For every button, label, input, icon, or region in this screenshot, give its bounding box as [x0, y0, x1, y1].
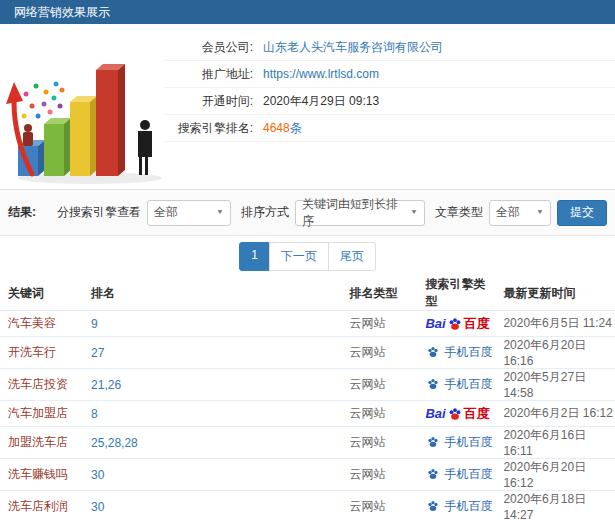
sort-select[interactable]: 关键词由短到长排序 ▼	[295, 200, 425, 226]
keyword-cell: 加盟洗车店	[0, 427, 83, 459]
baidu-paw-icon	[448, 407, 462, 421]
last-page-button[interactable]: 尾页	[328, 242, 376, 271]
baidu-logo-cn: 百度	[464, 405, 490, 423]
rank-link[interactable]: 9	[91, 317, 98, 331]
baidu-logo: Bai百度	[425, 405, 489, 423]
table-row: 洗车赚钱吗30云网站手机百度2020年6月20日 16:12	[0, 459, 615, 491]
engine-cell: Bai百度	[417, 311, 495, 337]
chevron-down-icon: ▼	[536, 209, 544, 216]
engine-cell: 手机百度	[417, 369, 495, 401]
open-time-label: 开通时间:	[165, 93, 253, 110]
chevron-down-icon: ▼	[410, 209, 418, 216]
baidu-paw-icon	[427, 346, 439, 358]
company-name-link[interactable]: 山东老人头汽车服务咨询有限公司	[263, 39, 443, 56]
header-engine-type: 搜索引擎类型	[417, 276, 495, 311]
rank-cell: 30	[83, 491, 341, 520]
baidu-paw-icon	[427, 436, 439, 448]
results-table: 关键词 排名 排名类型 搜索引擎类型 最新更新时间 汽车美容9云网站Bai百度2…	[0, 276, 615, 520]
open-time-value: 2020年4月29日 09:13	[263, 93, 379, 110]
engine-cell: Bai百度	[417, 401, 495, 427]
rank-cell: 27	[83, 337, 341, 369]
growth-chart-icon	[2, 28, 172, 186]
rank-type-cell: 云网站	[341, 337, 417, 369]
rank-link[interactable]: 21,26	[91, 378, 121, 392]
chevron-down-icon: ▼	[216, 209, 224, 216]
type-select[interactable]: 全部 ▼	[489, 200, 551, 226]
info-panel: 会员公司: 山东老人头汽车服务咨询有限公司 推广地址: https://www.…	[0, 24, 615, 190]
baidu-paw-icon	[427, 378, 439, 390]
update-time-cell: 2020年6月16日 16:11	[495, 427, 615, 459]
baidu-paw-icon	[448, 317, 462, 331]
sort-select-value: 关键词由短到长排序	[302, 196, 404, 230]
mobile-baidu-label: 手机百度	[425, 498, 492, 515]
title-bar: 网络营销效果展示	[0, 0, 615, 24]
keyword-cell: 洗车店投资	[0, 369, 83, 401]
baidu-logo-cn: 百度	[464, 315, 490, 333]
rank-type-cell: 云网站	[341, 427, 417, 459]
mobile-baidu-label: 手机百度	[425, 434, 492, 451]
engine-cell: 手机百度	[417, 459, 495, 491]
rank-cell: 30	[83, 459, 341, 491]
promo-url-label: 推广地址:	[165, 66, 253, 83]
type-select-value: 全部	[496, 204, 520, 221]
info-rows: 会员公司: 山东老人头汽车服务咨询有限公司 推广地址: https://www.…	[165, 24, 615, 142]
rank-type-cell: 云网站	[341, 369, 417, 401]
company-label: 会员公司:	[165, 39, 253, 56]
type-filter-label: 文章类型	[435, 204, 483, 221]
mobile-baidu-label: 手机百度	[425, 344, 492, 361]
keyword-cell: 开洗车行	[0, 337, 83, 369]
info-row-rank-count: 搜索引擎排名: 4648 条	[165, 115, 615, 142]
pagination: 1 下一页 尾页	[0, 236, 615, 276]
rank-cell: 9	[83, 311, 341, 337]
page-1-button[interactable]: 1	[239, 242, 270, 271]
engine-select[interactable]: 全部 ▼	[147, 200, 231, 226]
next-page-button[interactable]: 下一页	[269, 242, 329, 271]
rank-count-unit: 条	[290, 120, 302, 137]
update-time-cell: 2020年6月18日 14:27	[495, 491, 615, 520]
baidu-logo-text: Bai	[425, 406, 445, 421]
rank-type-cell: 云网站	[341, 401, 417, 427]
table-row: 洗车店利润30云网站手机百度2020年6月18日 14:27	[0, 491, 615, 520]
filter-bar: 结果: 分搜索引擎查看 全部 ▼ 排序方式 关键词由短到长排序 ▼ 文章类型 全…	[0, 190, 615, 236]
rank-cell: 21,26	[83, 369, 341, 401]
header-keyword: 关键词	[0, 276, 83, 311]
mobile-baidu-label: 手机百度	[425, 466, 492, 483]
rank-type-cell: 云网站	[341, 491, 417, 520]
info-row-open-time: 开通时间: 2020年4月29日 09:13	[165, 88, 615, 115]
rank-type-cell: 云网站	[341, 459, 417, 491]
engine-filter-label: 分搜索引擎查看	[57, 204, 141, 221]
update-time-cell: 2020年6月5日 11:24	[495, 311, 615, 337]
promo-url-link[interactable]: https://www.lrtlsd.com	[263, 67, 379, 81]
keyword-cell: 洗车店利润	[0, 491, 83, 520]
baidu-logo: Bai百度	[425, 315, 489, 333]
table-row: 加盟洗车店25,28,28云网站手机百度2020年6月16日 16:11	[0, 427, 615, 459]
table-row: 汽车美容9云网站Bai百度2020年6月5日 11:24	[0, 311, 615, 337]
header-update-time: 最新更新时间	[495, 276, 615, 311]
rank-type-cell: 云网站	[341, 311, 417, 337]
update-time-cell: 2020年6月20日 16:12	[495, 459, 615, 491]
rank-link[interactable]: 30	[91, 500, 104, 514]
rank-link[interactable]: 30	[91, 468, 104, 482]
rank-link[interactable]: 8	[91, 407, 98, 421]
engine-cell: 手机百度	[417, 337, 495, 369]
engine-cell: 手机百度	[417, 491, 495, 520]
rank-link[interactable]: 27	[91, 346, 104, 360]
keyword-cell: 洗车赚钱吗	[0, 459, 83, 491]
page-title: 网络营销效果展示	[14, 5, 110, 19]
rank-count-label: 搜索引擎排名:	[165, 120, 253, 137]
keyword-cell: 汽车加盟店	[0, 401, 83, 427]
submit-button[interactable]: 提交	[557, 200, 607, 226]
rank-count-value: 4648	[263, 121, 290, 135]
baidu-paw-icon	[427, 468, 439, 480]
rank-link[interactable]: 25,28,28	[91, 436, 138, 450]
result-section-label: 结果:	[8, 204, 36, 221]
keyword-cell: 汽车美容	[0, 311, 83, 337]
rank-cell: 8	[83, 401, 341, 427]
update-time-cell: 2020年5月27日 14:58	[495, 369, 615, 401]
bar-chart-illustration	[2, 28, 172, 186]
filter-controls: 分搜索引擎查看 全部 ▼ 排序方式 关键词由短到长排序 ▼ 文章类型 全部 ▼ …	[53, 200, 607, 226]
rank-cell: 25,28,28	[83, 427, 341, 459]
table-row: 洗车店投资21,26云网站手机百度2020年5月27日 14:58	[0, 369, 615, 401]
update-time-cell: 2020年6月2日 16:12	[495, 401, 615, 427]
table-row: 开洗车行27云网站手机百度2020年6月20日 16:16	[0, 337, 615, 369]
